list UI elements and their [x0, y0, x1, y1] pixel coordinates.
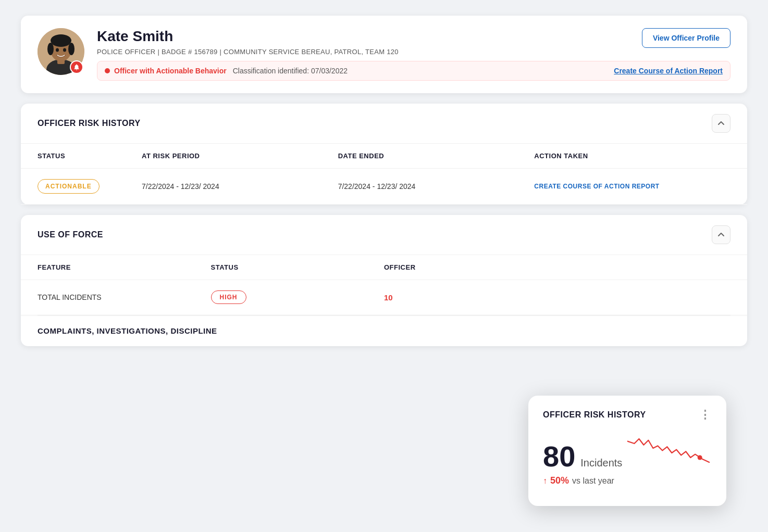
- risk-table-header: STATUS AT RISK PERIOD DATE ENDED ACTION …: [21, 144, 747, 169]
- svg-point-5: [47, 43, 54, 55]
- actionable-status: Officer with Actionable Behavior: [114, 67, 227, 75]
- uof-col-extra: [558, 263, 731, 271]
- widget-header: OFFICER RISK HISTORY ⋮: [543, 408, 712, 422]
- actionable-banner: Officer with Actionable Behavior Classif…: [97, 61, 730, 81]
- sparkline-chart: [627, 430, 712, 466]
- avatar: [38, 28, 84, 75]
- uof-col-officer: OFFICER: [384, 263, 558, 271]
- uof-status-cell: HIGH: [211, 290, 385, 304]
- svg-point-9: [698, 455, 702, 460]
- feature-cell: TOTAL INCIDENTS: [38, 293, 211, 301]
- notification-badge: [70, 60, 83, 74]
- create-report-header-link[interactable]: Create Course of Action Report: [614, 67, 723, 75]
- use-of-force-header: USE OF FORCE: [21, 215, 747, 255]
- complaints-section: COMPLAINTS, INVESTIGATIONS, DISCIPLINE: [21, 315, 747, 346]
- status-cell: ACTIONABLE: [38, 179, 142, 194]
- officer-count-cell: 10: [384, 293, 558, 302]
- widget-incidents-label: Incidents: [580, 457, 622, 469]
- uof-table-header: FEATURE STATUS OFFICER: [21, 255, 747, 280]
- widget-trend: ↑ 50% vs last year: [543, 475, 712, 486]
- risk-history-widget: OFFICER RISK HISTORY ⋮ 80 Incidents ↑ 50…: [528, 396, 726, 506]
- trend-vs-label: vs last year: [572, 476, 614, 486]
- widget-menu-icon[interactable]: ⋮: [699, 408, 712, 422]
- widget-stats: 80 Incidents: [543, 430, 712, 471]
- status-dot: [105, 68, 110, 73]
- officer-info: Kate Smith POLICE OFFICER | BADGE # 1567…: [97, 28, 730, 81]
- uof-col-status: STATUS: [211, 263, 385, 271]
- risk-history-section: OFFICER RISK HISTORY STATUS AT RISK PERI…: [21, 104, 747, 205]
- table-row: ACTIONABLE 7/22/2024 - 12/23/ 2024 7/22/…: [21, 169, 747, 205]
- svg-point-8: [63, 48, 66, 52]
- col-date-ended: DATE ENDED: [338, 152, 535, 160]
- risk-history-title: OFFICER RISK HISTORY: [38, 119, 141, 128]
- view-profile-button[interactable]: View Officer Profile: [642, 28, 730, 48]
- widget-incident-count: 80: [543, 442, 575, 471]
- officer-details: POLICE OFFICER | BADGE # 156789 | COMMUN…: [97, 48, 730, 56]
- risk-history-header: OFFICER RISK HISTORY: [21, 104, 747, 144]
- classification-text: Classification identified: 07/03/2022: [233, 67, 348, 75]
- uof-col-feature: FEATURE: [38, 263, 211, 271]
- date-ended-cell: 7/22/2024 - 12/23/ 2024: [338, 182, 535, 191]
- table-row: TOTAL INCIDENTS HIGH 10: [21, 280, 747, 315]
- risk-history-collapse-button[interactable]: [712, 114, 730, 133]
- use-of-force-section: USE OF FORCE FEATURE STATUS OFFICER TOTA…: [21, 215, 747, 346]
- col-at-risk-period: AT RISK PERIOD: [142, 152, 338, 160]
- high-badge: HIGH: [211, 290, 246, 304]
- col-action-taken: ACTION TAKEN: [534, 152, 730, 160]
- svg-point-7: [56, 48, 59, 52]
- trend-arrow-icon: ↑: [543, 476, 547, 486]
- use-of-force-collapse-button[interactable]: [712, 225, 730, 244]
- widget-title: OFFICER RISK HISTORY: [543, 410, 646, 420]
- use-of-force-title: USE OF FORCE: [38, 230, 103, 239]
- actionable-badge: ACTIONABLE: [38, 179, 100, 194]
- complaints-title: COMPLAINTS, INVESTIGATIONS, DISCIPLINE: [38, 326, 217, 335]
- svg-point-6: [68, 43, 75, 55]
- trend-percent: 50%: [550, 475, 569, 486]
- officer-name: Kate Smith: [97, 28, 730, 45]
- create-course-link[interactable]: CREATE COURSE OF ACTION REPORT: [534, 183, 730, 190]
- at-risk-period-cell: 7/22/2024 - 12/23/ 2024: [142, 182, 338, 191]
- col-status: STATUS: [38, 152, 142, 160]
- svg-point-4: [51, 34, 71, 47]
